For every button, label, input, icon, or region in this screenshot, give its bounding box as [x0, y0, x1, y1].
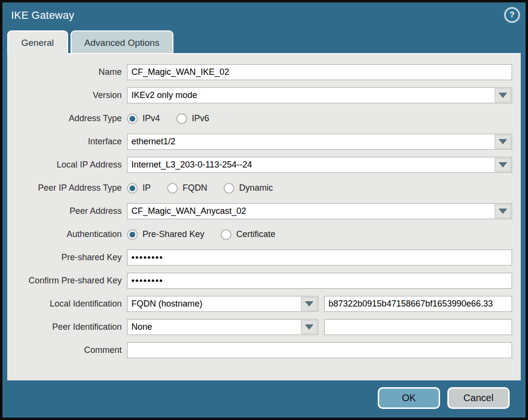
local-ip-label: Local IP Address	[7, 160, 127, 170]
peer-identification-dropdown-button[interactable]	[301, 320, 317, 334]
radio-peer-fqdn-label: FQDN	[183, 183, 207, 193]
chevron-down-icon	[305, 301, 314, 307]
local-ip-select[interactable]	[127, 157, 512, 173]
row-preshared-key: Pre-shared Key	[7, 250, 512, 266]
cancel-button[interactable]: Cancel	[447, 387, 510, 409]
row-name: Name	[7, 64, 512, 80]
radio-peer-ip[interactable]: IP	[127, 183, 151, 194]
dialog-footer: OK Cancel	[2, 378, 526, 418]
peer-identification-label: Peer Identification	[7, 322, 127, 332]
comment-input[interactable]	[127, 342, 512, 358]
radio-peer-dynamic-label: Dynamic	[239, 183, 273, 193]
radio-ipv4-label: IPv4	[143, 113, 160, 124]
chevron-down-icon	[499, 209, 507, 214]
row-peer-ip-type: Peer IP Address Type IP FQDN Dynamic	[7, 180, 512, 196]
authentication-label: Authentication	[7, 229, 127, 239]
peer-identification-type-input[interactable]	[128, 320, 300, 335]
peer-address-dropdown-button[interactable]	[495, 204, 511, 218]
row-peer-address: Peer Address	[7, 203, 512, 219]
name-label: Name	[7, 67, 127, 77]
interface-dropdown-button[interactable]	[495, 135, 511, 149]
radio-peer-fqdn[interactable]: FQDN	[167, 183, 207, 194]
interface-input[interactable]	[128, 134, 494, 149]
local-ip-input[interactable]	[128, 157, 494, 172]
interface-select[interactable]	[127, 134, 512, 150]
address-type-label: Address Type	[7, 113, 127, 124]
chevron-down-icon	[305, 324, 314, 330]
row-version: Version	[7, 87, 512, 103]
local-identification-label: Local Identification	[7, 299, 127, 309]
row-comment: Comment	[7, 342, 512, 358]
preshared-key-label: Pre-shared Key	[7, 252, 127, 263]
peer-address-input[interactable]	[128, 204, 494, 219]
row-local-ip: Local IP Address	[7, 157, 512, 173]
radio-unselected-icon	[221, 229, 231, 240]
radio-psk-label: Pre-Shared Key	[143, 229, 204, 239]
local-identification-value-input[interactable]	[324, 296, 512, 312]
version-input[interactable]	[128, 88, 494, 103]
interface-label: Interface	[7, 137, 127, 147]
local-identification-dropdown-button[interactable]	[301, 297, 317, 311]
general-tab-panel: Name Version Address Type IPv4	[7, 53, 521, 380]
radio-selected-icon	[127, 229, 138, 240]
local-identification-type-select[interactable]	[127, 296, 318, 312]
peer-address-label: Peer Address	[7, 206, 127, 216]
confirm-preshared-key-input[interactable]	[127, 273, 512, 289]
chevron-down-icon	[499, 139, 507, 144]
radio-peer-dynamic[interactable]: Dynamic	[224, 183, 273, 194]
comment-label: Comment	[7, 345, 127, 355]
preshared-key-input[interactable]	[127, 250, 512, 266]
radio-ipv6[interactable]: IPv6	[176, 113, 209, 124]
radio-peer-ip-label: IP	[143, 183, 151, 193]
ike-gateway-dialog: IKE Gateway ? General Advanced Options N…	[0, 0, 528, 420]
version-select[interactable]	[127, 87, 512, 103]
confirm-preshared-key-label: Confirm Pre-shared Key	[7, 276, 127, 286]
row-confirm-preshared-key: Confirm Pre-shared Key	[7, 273, 512, 289]
row-peer-identification: Peer Identification	[7, 319, 512, 335]
peer-ip-type-label: Peer IP Address Type	[7, 183, 127, 193]
tab-advanced-options[interactable]: Advanced Options	[71, 30, 173, 54]
radio-unselected-icon	[167, 183, 178, 194]
peer-address-select[interactable]	[127, 203, 512, 219]
radio-selected-icon	[127, 183, 138, 194]
radio-certificate[interactable]: Certificate	[221, 229, 275, 240]
radio-certificate-label: Certificate	[236, 229, 275, 239]
radio-ipv6-label: IPv6	[192, 113, 209, 124]
radio-unselected-icon	[224, 183, 234, 194]
tab-general[interactable]: General	[7, 30, 68, 54]
radio-selected-icon	[127, 113, 138, 124]
tab-bar: General Advanced Options	[7, 30, 176, 53]
help-icon[interactable]: ?	[504, 7, 520, 23]
local-ip-dropdown-button[interactable]	[495, 158, 511, 172]
version-dropdown-button[interactable]	[495, 88, 511, 102]
version-label: Version	[7, 90, 127, 100]
name-input[interactable]	[127, 64, 512, 80]
radio-pre-shared-key[interactable]: Pre-Shared Key	[127, 229, 204, 240]
chevron-down-icon	[499, 162, 507, 168]
radio-ipv4[interactable]: IPv4	[127, 113, 160, 124]
row-local-identification: Local Identification	[7, 296, 512, 312]
chevron-down-icon	[499, 93, 507, 98]
row-address-type: Address Type IPv4 IPv6	[7, 111, 512, 126]
row-interface: Interface	[7, 134, 512, 150]
dialog-titlebar: IKE Gateway ?	[2, 2, 526, 30]
ok-button[interactable]: OK	[378, 387, 440, 409]
row-authentication: Authentication Pre-Shared Key Certificat…	[7, 226, 512, 242]
peer-identification-value-input[interactable]	[324, 319, 512, 335]
local-identification-type-input[interactable]	[128, 296, 300, 311]
radio-unselected-icon	[176, 113, 187, 124]
peer-identification-type-select[interactable]	[127, 319, 318, 335]
dialog-title: IKE Gateway	[11, 9, 74, 22]
